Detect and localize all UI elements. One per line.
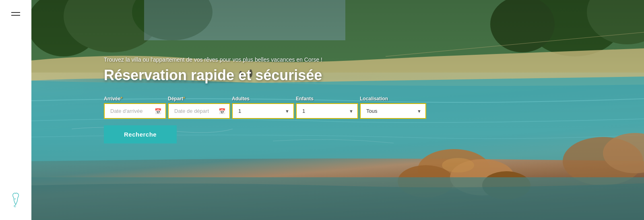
- children-field-group: Enfants 0 1 2 3 4 ▼: [296, 96, 358, 119]
- menu-icon[interactable]: [7, 8, 24, 20]
- arrival-field-group: Arrivée* 📅: [104, 96, 166, 119]
- adults-label: Adultes: [232, 96, 294, 102]
- search-form: Arrivée* 📅 Départ*: [104, 96, 426, 143]
- page-wrapper: C: [0, 0, 644, 220]
- location-select[interactable]: Tous Nord Sud Est Ouest: [361, 104, 425, 118]
- location-field-group: Localisation Tous Nord Sud Est Ouest ▼: [360, 96, 426, 119]
- hero-title: Réservation rapide et sécurisée: [104, 67, 426, 84]
- depart-input-wrapper: 📅: [168, 103, 230, 119]
- sidebar: C: [0, 0, 31, 220]
- children-label: Enfants: [296, 96, 358, 102]
- depart-input[interactable]: [169, 104, 217, 118]
- location-select-wrapper: Tous Nord Sud Est Ouest ▼: [360, 103, 426, 119]
- search-button[interactable]: Recherche: [104, 125, 177, 143]
- svg-text:C: C: [14, 204, 16, 208]
- children-select-wrapper: 0 1 2 3 4 ▼: [296, 103, 358, 119]
- hero-subtitle: Trouvez la villa ou l'appartement de vos…: [104, 56, 426, 63]
- adults-select[interactable]: 1 2 3 4 5 6: [233, 104, 293, 118]
- arrival-input[interactable]: [105, 104, 153, 118]
- children-select[interactable]: 0 1 2 3 4: [297, 104, 357, 118]
- arrival-label: Arrivée*: [104, 96, 166, 102]
- adults-field-group: Adultes 1 2 3 4 5 6 ▼: [232, 96, 294, 119]
- depart-calendar-icon[interactable]: 📅: [217, 108, 229, 114]
- depart-label: Départ*: [168, 96, 230, 102]
- arrival-calendar-icon[interactable]: 📅: [153, 108, 165, 114]
- adults-select-wrapper: 1 2 3 4 5 6 ▼: [232, 103, 294, 119]
- hero-section: Trouvez la villa ou l'appartement de vos…: [31, 0, 644, 220]
- location-label: Localisation: [360, 96, 426, 102]
- search-fields-row: Arrivée* 📅 Départ*: [104, 96, 426, 119]
- hero-content: Trouvez la villa ou l'appartement de vos…: [104, 56, 426, 143]
- sidebar-logo: C: [8, 192, 24, 208]
- arrival-input-wrapper: 📅: [104, 103, 166, 119]
- svg-point-0: [14, 198, 15, 199]
- depart-field-group: Départ* 📅: [168, 96, 230, 119]
